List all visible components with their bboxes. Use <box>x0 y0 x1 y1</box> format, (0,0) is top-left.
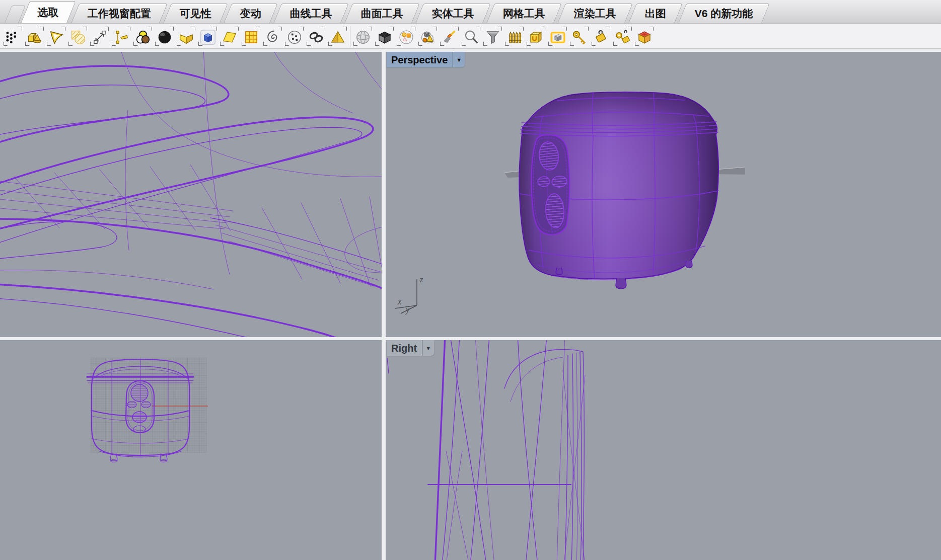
select-surface-icon[interactable] <box>176 26 196 47</box>
select-point-cloud-icon[interactable] <box>284 26 305 47</box>
toolbar <box>0 24 941 49</box>
axis-label-z: z <box>419 275 423 284</box>
control-panel <box>531 135 569 234</box>
ribbon-tab-bar: 选取工作视窗配置可见性变动曲线工具曲面工具实体工具网格工具渲染工具出图V6 的新… <box>0 0 941 24</box>
tab-label: 实体工具 <box>432 7 474 21</box>
cplane-axis-gizmo: z x y <box>395 275 423 314</box>
toolbar-divider <box>350 26 350 46</box>
select-chain-icon[interactable] <box>306 26 326 47</box>
tab-select[interactable]: 选取 <box>21 1 76 23</box>
group-icon[interactable] <box>526 26 546 47</box>
tab-render-tools[interactable]: 渲染工具 <box>557 4 633 23</box>
viewport-title: Right <box>387 340 422 356</box>
tab-label: 变动 <box>240 7 261 21</box>
tab-label: 工作视窗配置 <box>88 7 151 21</box>
tab-drafting[interactable]: 出图 <box>628 4 683 23</box>
viewport-area: z x y Perspective ▼ <box>0 49 941 560</box>
tab-transform[interactable]: 变动 <box>224 4 278 23</box>
axis-label-x: x <box>397 297 401 306</box>
tab-label: 可见性 <box>180 7 211 21</box>
tab-mesh-tools[interactable]: 网格工具 <box>486 4 562 23</box>
tab-label: 曲线工具 <box>290 7 332 21</box>
select-spiral-icon[interactable] <box>262 26 283 47</box>
tab-label: 出图 <box>645 7 666 21</box>
viewport-title: Perspective <box>387 52 453 67</box>
points-grid-icon[interactable] <box>3 26 23 47</box>
select-mesh-grid-icon[interactable] <box>241 26 261 47</box>
tag-icon[interactable] <box>591 26 611 47</box>
viewport-perspective[interactable]: z x y Perspective ▼ <box>386 52 941 337</box>
bounding-box-icon[interactable] <box>634 26 655 47</box>
viewport-label-perspective[interactable]: Perspective ▼ <box>387 52 465 67</box>
chevron-down-icon[interactable]: ▼ <box>453 52 465 67</box>
select-color-icon[interactable] <box>132 26 153 47</box>
rice-cooker-shaded-drawing: z x y <box>386 52 941 337</box>
magnifier-icon[interactable] <box>461 26 481 47</box>
tab-surface-tools[interactable]: 曲面工具 <box>344 4 420 23</box>
scale-icon[interactable] <box>111 26 131 47</box>
tab-label: 渲染工具 <box>574 7 616 21</box>
filter-icon[interactable] <box>482 26 503 47</box>
tab-label: V6 的新功能 <box>695 7 753 21</box>
right-wireframe-drawing <box>386 340 941 560</box>
select-hatch-icon[interactable] <box>67 26 88 47</box>
tab-label: 选取 <box>38 6 59 20</box>
front-wireframe-drawing <box>0 340 382 560</box>
wire-cube-icon[interactable] <box>374 26 395 47</box>
select-pyramid-icon[interactable] <box>327 26 348 47</box>
tab-v6-features[interactable]: V6 的新功能 <box>678 4 769 23</box>
tab-viewport-config[interactable]: 工作视窗配置 <box>71 4 168 23</box>
tab-visibility[interactable]: 可见性 <box>163 4 228 23</box>
key-tag-icon[interactable] <box>612 26 633 47</box>
select-cone-icon[interactable] <box>46 26 66 47</box>
tab-curve-tools[interactable]: 曲线工具 <box>273 4 349 23</box>
viewport-label-right[interactable]: Right ▼ <box>387 340 434 356</box>
chevron-down-icon[interactable]: ▼ <box>422 340 434 356</box>
shaded-sphere-icon[interactable] <box>352 26 373 47</box>
tab-label: 曲面工具 <box>361 7 403 21</box>
rice-cooker-model[interactable] <box>519 92 718 289</box>
select-sphere-icon[interactable] <box>154 26 175 47</box>
key-icon[interactable] <box>569 26 590 47</box>
viewport-right[interactable]: Right ▼ <box>386 340 941 560</box>
highlight-box-icon[interactable] <box>547 26 568 47</box>
brush-icon[interactable] <box>439 26 460 47</box>
viewport-front[interactable] <box>0 340 382 560</box>
select-block-icon[interactable] <box>197 26 218 47</box>
wireframe-curves-drawing <box>0 52 382 337</box>
axis-label-y: y <box>405 305 410 314</box>
tab-label: 网格工具 <box>503 7 545 21</box>
ribbon-tabs: 选取工作视窗配置可见性变动曲线工具曲面工具实体工具网格工具渲染工具出图V6 的新… <box>0 0 941 23</box>
select-solids-icon[interactable] <box>24 26 45 47</box>
move-icon[interactable] <box>89 26 110 47</box>
viewport-top-left[interactable] <box>0 52 382 337</box>
select-small-objects-icon[interactable] <box>396 26 416 47</box>
select-plane-icon[interactable] <box>219 26 240 47</box>
select-volume-icon[interactable] <box>417 26 438 47</box>
fence-icon[interactable] <box>504 26 525 47</box>
tab-solid-tools[interactable]: 实体工具 <box>415 4 491 23</box>
